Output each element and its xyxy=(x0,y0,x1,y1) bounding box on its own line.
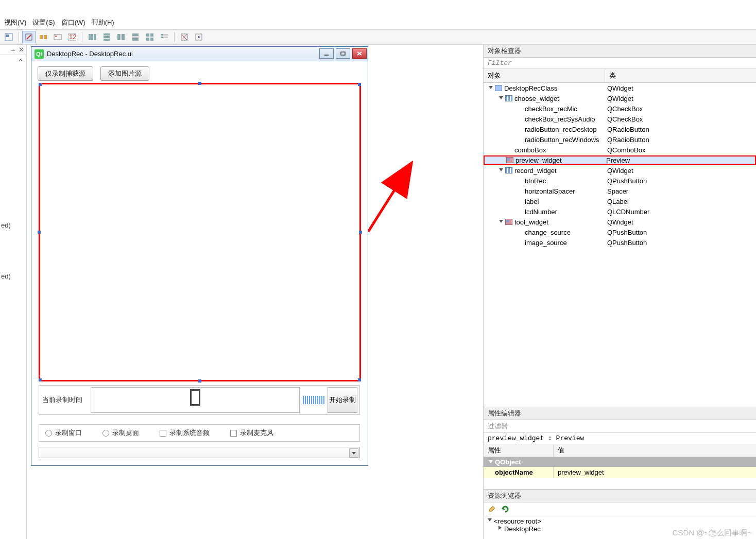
expand-icon[interactable] xyxy=(498,167,504,173)
property-row-objectname[interactable]: objectName preview_widget xyxy=(484,467,756,478)
menu-window[interactable]: 窗口(W) xyxy=(61,18,85,27)
tree-row-preview_widget[interactable]: preview_widgetPreview xyxy=(484,155,756,165)
tree-item-name: horizontalSpacer xyxy=(525,187,575,195)
form-canvas[interactable]: 仅录制捕获源 添加图片源 当前录制时间 开始录制 录制窗口 录制桌面 录制系统音… xyxy=(35,63,365,462)
svg-rect-21 xyxy=(146,33,149,37)
menu-help[interactable]: 帮助(H) xyxy=(92,18,114,27)
tree-row-choose_widget[interactable]: choose_widgetQWidget xyxy=(484,93,756,103)
tree-item-class: QWidget xyxy=(605,95,756,102)
col-class[interactable]: 类 xyxy=(605,69,756,82)
object-filter-input[interactable]: Filter xyxy=(484,58,756,69)
svg-rect-11 xyxy=(94,34,96,40)
dock-close-icon[interactable]: ✕ xyxy=(19,46,24,54)
object-tree[interactable]: DesktopRecClassQWidgetchoose_widgetQWidg… xyxy=(484,83,756,407)
resize-handle[interactable] xyxy=(358,83,361,86)
window-maximize-button[interactable] xyxy=(336,48,350,59)
menu-settings[interactable]: 设置(S) xyxy=(32,18,55,27)
tool-break-layout[interactable] xyxy=(178,31,191,43)
resource-edit-button[interactable] xyxy=(487,504,497,514)
col-object[interactable]: 对象 xyxy=(484,69,605,82)
tool-adjust-size[interactable] xyxy=(192,31,205,43)
expand-icon[interactable] xyxy=(498,95,504,101)
tree-row-change_source[interactable]: change_sourceQPushButton xyxy=(484,227,756,237)
tree-row-image_source[interactable]: image_sourceQPushButton xyxy=(484,237,756,248)
resize-handle[interactable] xyxy=(39,378,42,381)
col-value[interactable]: 值 xyxy=(554,444,756,457)
tree-row-checkBox_recMic[interactable]: checkBox_recMicQCheckBox xyxy=(484,103,756,114)
window-titlebar[interactable]: Qt DesktopRec - DesktopRec.ui xyxy=(31,47,368,61)
tool-layout-vert-splitter[interactable] xyxy=(129,31,142,43)
tree-item-class: QCheckBox xyxy=(605,115,756,123)
tree-item-class: QPushButton xyxy=(605,177,756,185)
tool-edit-tab-order[interactable] xyxy=(51,31,64,43)
dock-collapse-icon[interactable]: ^ xyxy=(1,56,25,66)
tool-edit-widgets[interactable] xyxy=(2,31,15,43)
resize-handle[interactable] xyxy=(359,231,362,234)
widget-icon xyxy=(505,95,512,101)
tree-item-name: checkBox_recMic xyxy=(525,105,577,113)
left-dock-header: ⫠ ✕ xyxy=(0,45,26,55)
tool-layout-vert[interactable] xyxy=(100,31,113,43)
toolbar-separator xyxy=(174,32,175,42)
tool-layout-grid[interactable] xyxy=(143,31,157,43)
tree-row-radioButton_recWindows[interactable]: radioButton_recWindowsQRadioButton xyxy=(484,134,756,145)
dock-pin-icon[interactable]: ⫠ xyxy=(10,46,16,54)
tree-item-name: comboBox xyxy=(514,146,546,154)
tree-row-DesktopRecClass[interactable]: DesktopRecClassQWidget xyxy=(484,83,756,93)
col-property[interactable]: 属性 xyxy=(484,444,554,457)
tool-layout-form[interactable] xyxy=(158,31,171,43)
image-source-button[interactable]: 添加图片源 xyxy=(100,66,149,81)
object-tree-header: 对象 类 xyxy=(484,69,756,83)
prop-value[interactable]: preview_widget xyxy=(554,467,756,478)
tool-edit-signals[interactable] xyxy=(22,31,36,43)
tree-row-checkBox_recSysAudio[interactable]: checkBox_recSysAudioQCheckBox xyxy=(484,114,756,124)
combo-arrow-icon[interactable] xyxy=(349,448,358,458)
start-record-button[interactable]: 开始录制 xyxy=(328,387,357,413)
tree-item-name: tool_widget xyxy=(514,218,548,226)
preview-widget[interactable] xyxy=(39,83,361,381)
resize-handle[interactable] xyxy=(198,82,201,85)
tree-row-tool_widget[interactable]: tool_widgetQWidget xyxy=(484,217,756,227)
svg-text:123: 123 xyxy=(69,33,76,41)
property-filter-input[interactable]: 过滤器 xyxy=(484,420,756,433)
tree-row-lcdNumber[interactable]: lcdNumberQLCDNumber xyxy=(484,206,756,217)
resize-handle[interactable] xyxy=(39,83,42,86)
change-source-button[interactable]: 仅录制捕获源 xyxy=(38,66,93,81)
tree-row-horizontalSpacer[interactable]: horizontalSpacerSpacer xyxy=(484,186,756,196)
window-minimize-button[interactable] xyxy=(319,48,334,59)
tool-layout-horiz[interactable] xyxy=(85,31,99,43)
check-rec-sys-audio[interactable]: 录制系统音频 xyxy=(160,428,210,438)
svg-rect-14 xyxy=(104,39,110,41)
tree-item-class: Preview xyxy=(604,157,755,164)
resize-handle[interactable] xyxy=(198,379,201,382)
tool-layout-horiz-splitter[interactable] xyxy=(114,31,128,43)
resource-reload-button[interactable] xyxy=(500,504,510,514)
tree-row-record_widget[interactable]: record_widgetQWidget xyxy=(484,165,756,176)
left-dock: ⫠ ✕ ^ ed) ed) xyxy=(0,45,27,539)
svg-rect-16 xyxy=(122,34,125,40)
tree-item-class: Spacer xyxy=(605,187,756,195)
tool-action-editor[interactable]: 123 xyxy=(65,31,79,43)
window-close-button[interactable] xyxy=(352,48,367,59)
window-title: DesktopRec - DesktopRec.ui xyxy=(47,50,319,58)
tree-row-radioButton_recDesktop[interactable]: radioButton_recDesktopQRadioButton xyxy=(484,124,756,134)
check-rec-mic[interactable]: 录制麦克风 xyxy=(230,428,273,438)
tool-edit-buddies[interactable] xyxy=(37,31,50,43)
tree-row-btnRec[interactable]: btnRecQPushButton xyxy=(484,176,756,186)
svg-rect-28 xyxy=(163,37,168,38)
combo-box[interactable] xyxy=(39,447,360,458)
radio-rec-window[interactable]: 录制窗口 xyxy=(45,428,82,438)
menu-view[interactable]: 视图(V) xyxy=(4,18,26,27)
svg-line-33 xyxy=(368,165,410,232)
tree-row-label[interactable]: labelQLabel xyxy=(484,196,756,206)
resize-handle[interactable] xyxy=(38,231,41,234)
radio-rec-desktop[interactable]: 录制桌面 xyxy=(102,428,139,438)
expand-icon[interactable] xyxy=(498,219,504,225)
property-section-qobject[interactable]: QObject xyxy=(484,457,756,467)
resource-root[interactable]: <resource root> xyxy=(487,517,753,525)
svg-rect-25 xyxy=(161,34,163,36)
expand-icon[interactable] xyxy=(488,85,494,91)
resize-handle[interactable] xyxy=(358,378,361,381)
left-dock-body: ^ ed) ed) xyxy=(0,55,26,282)
tree-row-comboBox[interactable]: comboBoxQComboBox xyxy=(484,145,756,155)
